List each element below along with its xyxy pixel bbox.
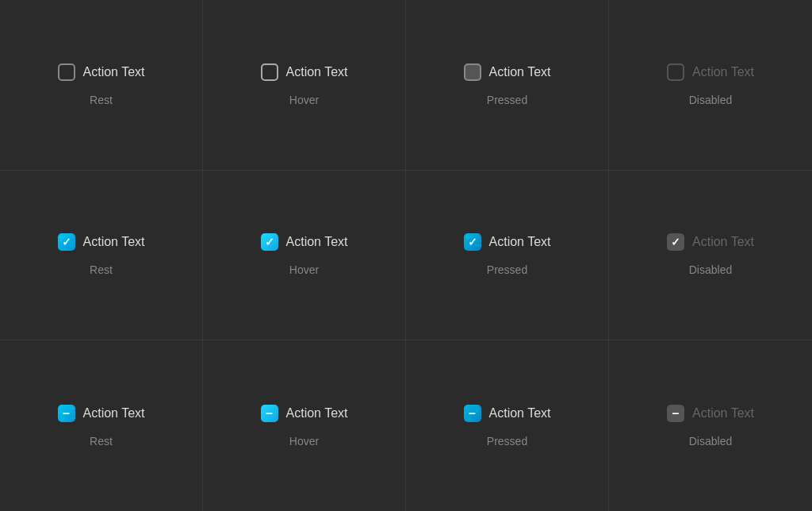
action-text-label: Action Text (286, 65, 348, 79)
state-label: Rest (90, 435, 113, 448)
checkbox-row-unchecked-hover[interactable]: Action Text (261, 63, 348, 81)
checkbox-box-indeterminate-hover[interactable]: – (261, 405, 278, 422)
cell-checked-disabled: ✓Action TextDisabled (609, 171, 812, 341)
checkbox-box-checked-hover[interactable]: ✓ (261, 233, 278, 251)
cell-indeterminate-hover: –Action TextHover (203, 340, 406, 511)
action-text-label: Action Text (286, 406, 348, 421)
checkbox-row-unchecked-pressed[interactable]: Action Text (464, 63, 551, 81)
dash-icon: – (63, 407, 70, 420)
checkbox-row-indeterminate-pressed[interactable]: –Action Text (464, 405, 551, 422)
checkbox-row-unchecked-disabled: Action Text (667, 63, 754, 81)
checkbox-row-checked-disabled: ✓Action Text (667, 233, 754, 251)
action-text-label: Action Text (692, 235, 754, 249)
state-label: Rest (90, 94, 113, 106)
cell-indeterminate-pressed: –Action TextPressed (406, 340, 609, 511)
checkbox-box-unchecked-hover[interactable] (261, 63, 278, 81)
action-text-label: Action Text (692, 65, 754, 79)
checkbox-states-grid: Action TextRestAction TextHoverAction Te… (0, 0, 812, 511)
state-label: Hover (289, 263, 319, 276)
state-label: Disabled (689, 94, 732, 106)
state-label: Hover (289, 435, 319, 448)
checkbox-row-checked-pressed[interactable]: ✓Action Text (464, 233, 551, 251)
dash-icon: – (266, 407, 273, 420)
checkbox-box-unchecked-pressed[interactable] (464, 63, 481, 81)
checkbox-box-checked-disabled: ✓ (667, 233, 684, 251)
checkbox-box-checked-rest[interactable]: ✓ (58, 233, 75, 251)
dash-icon: – (672, 407, 680, 420)
cell-indeterminate-rest: –Action TextRest (0, 340, 203, 511)
action-text-label: Action Text (83, 406, 145, 421)
action-text-label: Action Text (489, 65, 551, 79)
cell-checked-pressed: ✓Action TextPressed (406, 171, 609, 341)
checkbox-row-indeterminate-rest[interactable]: –Action Text (58, 405, 145, 422)
action-text-label: Action Text (489, 406, 551, 421)
checkbox-box-unchecked-rest[interactable] (58, 63, 75, 81)
checkmark-icon: ✓ (62, 236, 71, 248)
state-label: Rest (90, 263, 113, 276)
cell-checked-hover: ✓Action TextHover (203, 171, 406, 341)
cell-indeterminate-disabled: –Action TextDisabled (609, 340, 812, 511)
action-text-label: Action Text (286, 235, 348, 249)
state-label: Pressed (487, 263, 527, 276)
cell-checked-rest: ✓Action TextRest (0, 171, 203, 341)
cell-unchecked-rest: Action TextRest (0, 0, 203, 171)
state-label: Pressed (487, 94, 527, 106)
checkbox-box-indeterminate-disabled: – (667, 405, 684, 422)
checkbox-row-indeterminate-disabled: –Action Text (667, 405, 754, 422)
checkbox-row-unchecked-rest[interactable]: Action Text (58, 63, 145, 81)
cell-unchecked-disabled: Action TextDisabled (609, 0, 812, 171)
checkbox-box-unchecked-disabled (667, 63, 684, 81)
action-text-label: Action Text (83, 65, 145, 79)
checkbox-row-checked-hover[interactable]: ✓Action Text (261, 233, 348, 251)
cell-unchecked-pressed: Action TextPressed (406, 0, 609, 171)
cell-unchecked-hover: Action TextHover (203, 0, 406, 171)
checkbox-row-indeterminate-hover[interactable]: –Action Text (261, 405, 348, 422)
checkbox-row-checked-rest[interactable]: ✓Action Text (58, 233, 145, 251)
checkmark-icon: ✓ (468, 236, 477, 248)
checkmark-icon: ✓ (671, 236, 680, 248)
checkbox-box-indeterminate-pressed[interactable]: – (464, 405, 481, 422)
action-text-label: Action Text (83, 235, 145, 249)
checkbox-box-indeterminate-rest[interactable]: – (58, 405, 75, 422)
state-label: Hover (289, 94, 319, 106)
checkmark-icon: ✓ (265, 236, 274, 248)
action-text-label: Action Text (692, 406, 754, 421)
action-text-label: Action Text (489, 235, 551, 249)
dash-icon: – (469, 407, 476, 420)
state-label: Pressed (487, 435, 527, 448)
state-label: Disabled (689, 263, 732, 276)
state-label: Disabled (689, 435, 732, 448)
checkbox-box-checked-pressed[interactable]: ✓ (464, 233, 481, 251)
